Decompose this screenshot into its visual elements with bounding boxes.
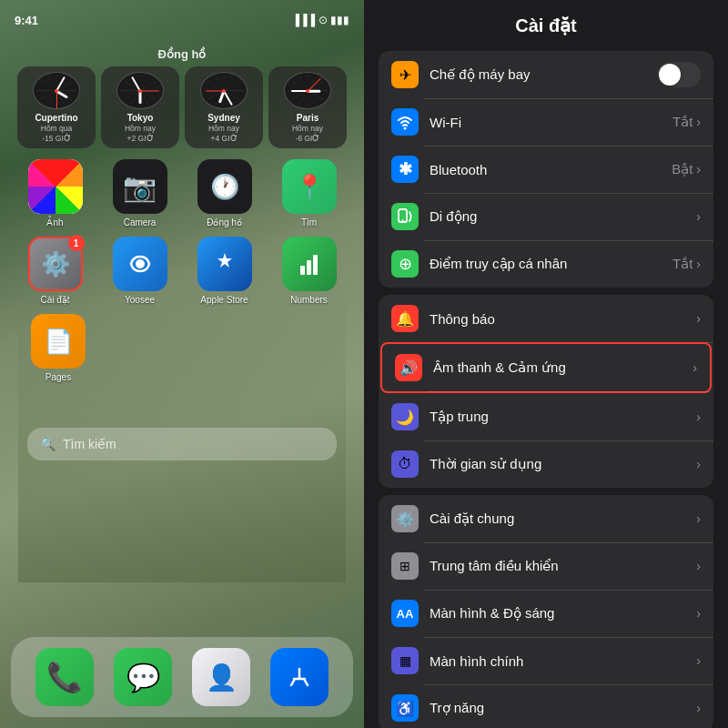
homescreen-chevron: ›	[696, 653, 701, 668]
photos-rainbow	[28, 159, 83, 214]
sec-hand	[140, 90, 158, 91]
wifi-svg	[397, 114, 413, 130]
clock-face-cupertino	[33, 72, 80, 109]
display-chevron: ›	[696, 606, 701, 621]
app-clock[interactable]: 🕐 Đồng hồ	[192, 159, 258, 228]
clock-offset: +4 GIỜ	[210, 134, 237, 143]
settings-panel: Cài đặt ✈ Chế độ máy bay Wi-Fi Tắt ›	[364, 0, 728, 728]
app-label-photos: Ảnh	[46, 217, 63, 228]
airplane-icon: ✈	[391, 61, 419, 88]
center-dot	[138, 89, 142, 93]
settings-row-focus[interactable]: 🌙 Tập trung ›	[379, 393, 713, 440]
app-photos[interactable]: Ảnh	[23, 159, 88, 228]
app-icon-appstore	[197, 237, 252, 291]
dock-phone[interactable]: 📞	[35, 648, 94, 706]
svg-rect-1	[300, 266, 305, 275]
app-appstore[interactable]: Apple Store	[192, 237, 258, 305]
homescreen-label: Màn hình chính	[430, 653, 696, 669]
app-icon-clock: 🕐	[197, 159, 252, 214]
wifi-value: Tắt	[672, 114, 693, 130]
apps-section: Ảnh 📷 Camera 🕐 Đồng hồ 📍 Tìm ⚙️ 1 Cài đặ…	[0, 148, 364, 382]
app-label-settings: Cài đặt	[40, 295, 69, 305]
search-bar[interactable]: 🔍 Tìm kiếm	[27, 428, 337, 460]
settings-row-accessibility[interactable]: ♿ Trợ năng ›	[379, 684, 713, 728]
clock-city: Paris	[297, 113, 318, 123]
notifications-chevron: ›	[696, 311, 701, 326]
clock-city: Sydney	[207, 113, 240, 123]
homescreen-icon: ▦	[391, 647, 419, 674]
app-icon-settings: ⚙️ 1	[28, 237, 83, 291]
sound-chevron: ›	[693, 360, 697, 375]
app-pages[interactable]: 📄 Pages	[25, 314, 91, 382]
clock-sub: Hôm qua	[41, 124, 73, 133]
app-icon-pages: 📄	[31, 314, 86, 369]
sec-hand	[308, 77, 321, 91]
settings-row-notifications[interactable]: 🔔 Thông báo ›	[379, 295, 713, 342]
numbers-logo-icon	[293, 248, 326, 280]
bluetooth-value: Bật	[672, 161, 693, 177]
accessibility-chevron: ›	[696, 701, 701, 715]
sound-label: Âm thanh & Cảm ứng	[433, 359, 693, 376]
display-label: Màn hình & Độ sáng	[430, 605, 696, 622]
settings-row-wifi[interactable]: Wi-Fi Tắt ›	[379, 98, 713, 146]
wifi-label: Wi-Fi	[430, 115, 672, 130]
settings-row-mobile[interactable]: Di động ›	[379, 193, 713, 240]
mobile-label: Di động	[430, 208, 696, 225]
settings-group-connectivity: ✈ Chế độ máy bay Wi-Fi Tắt › ✱ Blue	[379, 51, 713, 288]
mobile-svg	[398, 208, 412, 225]
clock-tokyo: Tokyo Hôm nay +2 GIỜ	[101, 66, 179, 148]
app-icon-camera: 📷	[113, 159, 167, 214]
home-screen: 9:41 ▐▐▐ ⊙ ▮▮▮ Đồng hồ Cupertino Hôm qua…	[0, 0, 364, 728]
sec-hand	[206, 90, 224, 91]
dock-messages[interactable]: 💬	[114, 648, 172, 706]
hotspot-chevron: ›	[696, 257, 701, 271]
bluetooth-icon: ✱	[391, 156, 419, 183]
app-label-clock: Đồng hồ	[207, 217, 242, 228]
airplane-toggle[interactable]	[657, 62, 701, 87]
screentime-label: Thời gian sử dụng	[430, 456, 696, 472]
center-dot	[222, 89, 226, 93]
search-placeholder-text: Tìm kiếm	[63, 437, 116, 451]
dock-contacts[interactable]: 👤	[192, 648, 250, 706]
control-chevron: ›	[696, 559, 701, 573]
clock-sydney: Sydney Hôm nay +4 GIỜ	[185, 66, 263, 148]
app-yoosee[interactable]: Yoosee	[107, 237, 173, 305]
wifi-icon	[391, 108, 419, 136]
settings-row-airplane[interactable]: ✈ Chế độ máy bay	[379, 51, 713, 98]
app-numbers[interactable]: Numbers	[277, 237, 342, 305]
clock-city: Cupertino	[35, 113, 77, 123]
svg-point-4	[404, 127, 407, 130]
appstore-dock-icon	[282, 660, 317, 694]
settings-row-control[interactable]: ⊞ Trung tâm điều khiển ›	[379, 542, 713, 590]
screentime-icon: ⏱	[391, 450, 419, 478]
settings-row-bluetooth[interactable]: ✱ Bluetooth Bật ›	[379, 146, 713, 193]
bluetooth-label: Bluetooth	[430, 162, 672, 177]
status-bar: 9:41 ▐▐▐ ⊙ ▮▮▮	[0, 0, 364, 40]
center-dot	[306, 89, 309, 93]
settings-row-general[interactable]: ⚙️ Cài đặt chung ›	[379, 495, 713, 542]
search-icon: 🔍	[40, 437, 56, 451]
settings-group-notifications: 🔔 Thông báo › 🔊 Âm thanh & Cảm ứng › 🌙 T…	[379, 295, 713, 488]
settings-row-screentime[interactable]: ⏱ Thời gian sử dụng ›	[379, 440, 713, 488]
settings-badge: 1	[68, 235, 85, 251]
appstore-logo-icon	[208, 248, 241, 280]
clock-offset: +2 GIỜ	[126, 134, 153, 143]
settings-row-display[interactable]: AA Màn hình & Độ sáng ›	[379, 590, 713, 637]
app-camera[interactable]: 📷 Camera	[107, 159, 173, 228]
hotspot-label: Điểm truy cập cá nhân	[430, 256, 672, 272]
bluetooth-chevron: ›	[696, 162, 701, 177]
app-label-find: Tìm	[301, 217, 317, 228]
dock-appstore[interactable]	[270, 648, 329, 706]
screentime-chevron: ›	[696, 457, 701, 471]
dock: 📞 💬 👤	[11, 637, 353, 717]
center-dot	[55, 89, 58, 93]
app-label-numbers: Numbers	[290, 295, 328, 305]
app-find[interactable]: 📍 Tìm	[277, 159, 342, 228]
settings-row-homescreen[interactable]: ▦ Màn hình chính ›	[379, 637, 713, 684]
focus-chevron: ›	[696, 410, 701, 424]
notifications-label: Thông báo	[430, 311, 696, 327]
app-settings[interactable]: ⚙️ 1 Cài đặt	[23, 237, 88, 305]
settings-row-hotspot[interactable]: ⊕ Điểm truy cập cá nhân Tắt ›	[379, 240, 713, 288]
clock-sub: Hôm nay	[125, 124, 156, 133]
settings-row-sound[interactable]: 🔊 Âm thanh & Cảm ứng ›	[380, 342, 712, 393]
